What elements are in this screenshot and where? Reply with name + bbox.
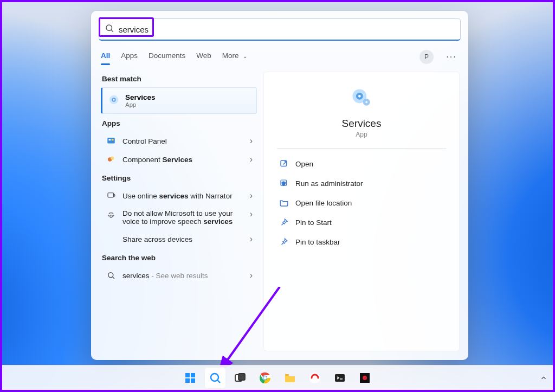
result-setting-speech[interactable]: Do not allow Microsoft to use your voice… <box>101 205 257 230</box>
svg-point-26 <box>211 374 218 381</box>
svg-rect-5 <box>107 138 115 144</box>
tab-web[interactable]: Web <box>196 48 211 65</box>
gear-icon <box>350 86 373 110</box>
svg-rect-10 <box>108 193 114 197</box>
chevron-right-icon: › <box>250 155 253 164</box>
action-open[interactable]: Open <box>277 154 446 173</box>
section-best-match: Best match <box>102 75 256 83</box>
svg-rect-24 <box>185 378 190 383</box>
svg-rect-23 <box>191 373 195 377</box>
section-settings: Settings <box>102 174 256 182</box>
more-options-button[interactable]: ··· <box>444 50 459 64</box>
svg-point-12 <box>108 273 113 278</box>
result-setting-label: Share across devices <box>122 235 192 243</box>
start-search-panel: All Apps Documents Web More ⌄ P ··· Best… <box>91 11 468 360</box>
action-label: Open <box>295 160 313 168</box>
svg-point-38 <box>363 376 367 380</box>
action-label: Pin to taskbar <box>295 238 340 246</box>
action-pin-to-start[interactable]: Pin to Start <box>277 213 446 232</box>
result-app-control-panel[interactable]: Control Panel › <box>101 132 257 150</box>
chevron-right-icon: › <box>250 209 253 219</box>
result-preview-pane: Services App Open Run as administrator <box>263 72 460 351</box>
action-open-file-location[interactable]: Open file location <box>277 193 446 213</box>
action-run-as-admin[interactable]: Run as administrator <box>277 173 446 193</box>
section-search-web: Search the web <box>102 254 256 262</box>
taskbar-tray-expand[interactable] <box>540 365 547 390</box>
result-web-label: services - See web results <box>122 272 208 280</box>
taskbar-chrome-button[interactable] <box>254 367 276 389</box>
search-box[interactable] <box>99 18 461 41</box>
svg-rect-7 <box>112 139 114 140</box>
preview-subtitle: App <box>277 131 446 138</box>
preview-title: Services <box>277 118 446 130</box>
taskbar-terminal-button[interactable] <box>329 367 351 389</box>
action-label: Open file location <box>295 199 352 207</box>
search-tabs: All Apps Documents Web More ⌄ P ··· <box>91 43 468 65</box>
divider <box>277 148 446 149</box>
shield-icon <box>279 178 289 188</box>
pin-icon <box>279 237 289 247</box>
section-apps: Apps <box>102 119 256 127</box>
svg-point-4 <box>113 99 114 100</box>
result-web-search[interactable]: services - See web results › <box>101 266 257 285</box>
svg-rect-6 <box>109 139 111 140</box>
taskbar-start-button[interactable] <box>179 367 201 389</box>
folder-icon <box>279 198 289 208</box>
narrator-icon <box>105 191 117 201</box>
open-icon <box>279 159 289 169</box>
voice-icon <box>105 211 117 221</box>
svg-point-18 <box>365 101 367 104</box>
action-label: Run as administrator <box>295 179 363 188</box>
result-setting-label: Use online services with Narrator <box>122 192 233 200</box>
svg-rect-33 <box>285 374 289 376</box>
chevron-down-icon: ⌄ <box>243 53 247 59</box>
svg-line-13 <box>113 277 114 279</box>
result-setting-share-devices[interactable]: Share across devices › <box>101 230 257 248</box>
results-column: Best match Services App Apps Control Pan… <box>91 65 259 360</box>
taskbar-center <box>179 367 376 389</box>
chevron-right-icon: › <box>250 191 253 201</box>
svg-line-27 <box>217 380 220 383</box>
svg-point-16 <box>358 95 361 98</box>
svg-rect-25 <box>191 378 195 383</box>
tab-documents[interactable]: Documents <box>149 48 185 65</box>
user-avatar[interactable]: P <box>420 50 434 64</box>
taskbar-search-button[interactable] <box>204 367 226 389</box>
svg-rect-29 <box>238 374 245 380</box>
action-pin-to-taskbar[interactable]: Pin to taskbar <box>277 232 446 252</box>
best-match-subtitle: App <box>125 101 156 108</box>
svg-point-9 <box>111 157 114 160</box>
taskbar-file-explorer-button[interactable] <box>279 367 301 389</box>
taskbar <box>2 365 553 390</box>
svg-line-1 <box>111 30 113 31</box>
taskbar-app-dark-button[interactable] <box>354 367 376 389</box>
control-panel-icon <box>105 136 117 146</box>
result-app-label: Component Services <box>122 156 192 164</box>
result-setting-narrator[interactable]: Use online services with Narrator › <box>101 187 257 205</box>
svg-point-32 <box>263 376 267 380</box>
tab-apps[interactable]: Apps <box>121 48 138 65</box>
result-setting-label: Do not allow Microsoft to use your voice… <box>122 209 242 226</box>
chevron-right-icon: › <box>250 234 253 244</box>
tab-more[interactable]: More ⌄ <box>222 48 248 65</box>
search-icon <box>105 271 117 280</box>
result-app-label: Control Panel <box>122 137 167 145</box>
svg-rect-35 <box>335 374 345 382</box>
component-services-icon <box>105 155 117 164</box>
svg-rect-22 <box>185 373 190 377</box>
search-row <box>91 11 468 43</box>
search-icon <box>105 23 114 35</box>
result-app-component-services[interactable]: Component Services › <box>101 150 257 169</box>
result-best-match-services[interactable]: Services App <box>101 87 257 114</box>
search-input[interactable] <box>119 25 455 34</box>
chevron-right-icon: › <box>250 136 253 146</box>
pin-icon <box>279 217 289 227</box>
tab-all[interactable]: All <box>101 48 110 65</box>
tab-more-label: More <box>222 52 239 60</box>
taskbar-app-circle-button[interactable] <box>304 367 326 389</box>
gear-icon <box>108 94 120 108</box>
svg-point-0 <box>106 25 112 31</box>
taskbar-taskview-button[interactable] <box>229 367 251 389</box>
action-label: Pin to Start <box>295 219 332 227</box>
chevron-right-icon: › <box>250 271 253 280</box>
